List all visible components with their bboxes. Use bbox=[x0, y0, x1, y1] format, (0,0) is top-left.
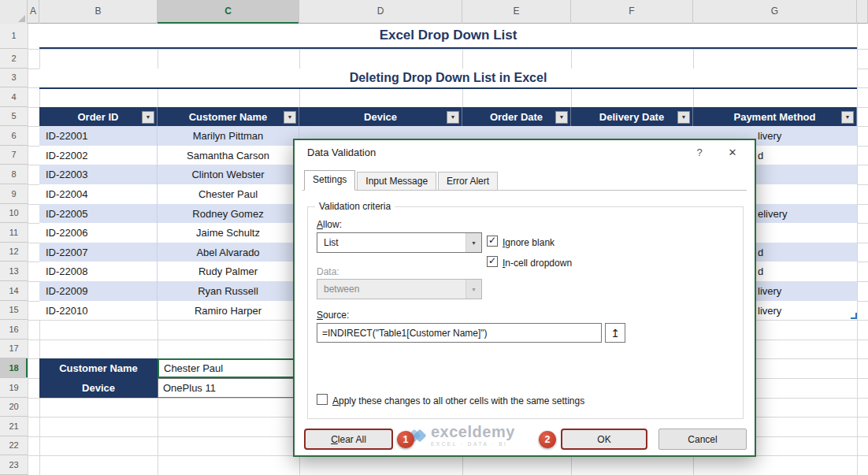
filter-dropdown-icon: ▼ bbox=[845, 114, 851, 120]
tab-input-message[interactable]: Input Message bbox=[357, 172, 436, 190]
ok-label: OK bbox=[597, 434, 610, 445]
cell-customer[interactable]: Abel Alvarado bbox=[158, 243, 299, 262]
cell-order-id[interactable]: ID-22004 bbox=[39, 184, 158, 204]
cell-device-label[interactable]: Device bbox=[39, 378, 158, 398]
cell-customer[interactable]: Ryan Russell bbox=[158, 281, 299, 301]
filter-button[interactable]: ▼ bbox=[142, 111, 154, 124]
dialog-title: Data Validation bbox=[307, 140, 376, 165]
row-header-4[interactable]: 4 bbox=[0, 87, 28, 107]
row-header-12[interactable]: 12 bbox=[0, 243, 28, 262]
cell-customer[interactable]: Samantha Carson bbox=[158, 146, 299, 165]
col-header-delivery-date[interactable]: Delivery Date ▼ bbox=[571, 107, 693, 127]
cell-customer-name-label[interactable]: Customer Name bbox=[39, 358, 158, 378]
filter-button[interactable]: ▼ bbox=[841, 111, 854, 124]
allow-dropdown[interactable]: List ▼ bbox=[317, 232, 482, 253]
cell-order-id[interactable]: ID-22007 bbox=[39, 243, 158, 262]
ignore-blank-checkbox[interactable]: ✓ bbox=[487, 236, 498, 247]
col-header-order-date[interactable]: Order Date ▼ bbox=[462, 107, 571, 127]
in-cell-dropdown-checkbox[interactable]: ✓ bbox=[487, 256, 498, 267]
cancel-button[interactable]: Cancel bbox=[658, 429, 747, 450]
step-1-badge: 1 bbox=[397, 431, 414, 448]
column-header-partial[interactable] bbox=[857, 0, 868, 24]
column-header-B[interactable]: B bbox=[39, 0, 158, 24]
cell-customer[interactable]: Rodney Gomez bbox=[158, 204, 299, 223]
row-header-16[interactable]: 16 bbox=[0, 320, 28, 340]
row-header-2[interactable]: 2 bbox=[0, 49, 28, 69]
row-header-20[interactable]: 20 bbox=[0, 398, 28, 417]
filter-button[interactable]: ▼ bbox=[677, 111, 690, 124]
row-header-10[interactable]: 10 bbox=[0, 204, 28, 223]
data-dropdown-disabled: between ▼ bbox=[317, 279, 482, 299]
col-header-payment-method[interactable]: Payment Method ▼ bbox=[693, 107, 857, 127]
cell-customer[interactable]: Marilyn Pittman bbox=[158, 126, 299, 146]
range-selector-button[interactable]: ↥ bbox=[605, 323, 625, 343]
select-all-corner[interactable] bbox=[0, 0, 28, 24]
cell-order-id[interactable]: ID-22002 bbox=[39, 146, 158, 165]
filter-button[interactable]: ▼ bbox=[447, 111, 459, 124]
cell-order-id[interactable]: ID-22003 bbox=[39, 165, 158, 184]
row-header-1[interactable]: 1 bbox=[0, 24, 28, 49]
row-header-19[interactable]: 19 bbox=[0, 378, 28, 398]
clear-all-label: Clear All bbox=[331, 434, 366, 445]
column-header-A[interactable]: A bbox=[28, 0, 39, 24]
cell-order-id[interactable]: ID-22001 bbox=[39, 126, 158, 146]
row-header-7[interactable]: 7 bbox=[0, 146, 28, 165]
row-header-17[interactable]: 17 bbox=[0, 340, 28, 358]
cell-device-value[interactable]: OnePlus 11 bbox=[158, 378, 299, 398]
row-header-18[interactable]: 18 bbox=[0, 358, 28, 378]
ignore-blank-label: Ignore blank bbox=[503, 237, 555, 248]
row-header-11[interactable]: 11 bbox=[0, 223, 28, 243]
watermark: exceldemy EXCEL · DATA · BI bbox=[410, 424, 515, 447]
allow-value: List bbox=[324, 237, 339, 248]
apply-all-checkbox[interactable] bbox=[317, 394, 328, 405]
help-icon[interactable]: ? bbox=[688, 140, 710, 165]
cell-customer[interactable]: Clinton Webster bbox=[158, 165, 299, 184]
row-header-14[interactable]: 14 bbox=[0, 281, 28, 301]
allow-label: Allow: bbox=[317, 219, 342, 230]
row-header-13[interactable]: 13 bbox=[0, 262, 28, 281]
row-header-5[interactable]: 5 bbox=[0, 107, 28, 126]
select-all-icon bbox=[18, 15, 25, 22]
row-header-15[interactable]: 15 bbox=[0, 301, 28, 320]
col-header-customer-name[interactable]: Customer Name ▼ bbox=[158, 107, 299, 127]
cell-customer[interactable]: Jaime Schultz bbox=[158, 223, 299, 243]
cell-customer[interactable]: Ramiro Harper bbox=[158, 301, 299, 320]
row-header-23[interactable]: 23 bbox=[0, 455, 28, 475]
column-header-C-selected[interactable]: C bbox=[158, 0, 299, 24]
tab-settings[interactable]: Settings bbox=[304, 170, 355, 191]
col-header-order-id[interactable]: Order ID ▼ bbox=[39, 107, 158, 127]
close-icon[interactable]: ✕ bbox=[718, 140, 747, 165]
dialog-titlebar[interactable]: Data Validation ? ✕ bbox=[295, 140, 755, 165]
cell-order-id[interactable]: ID-22010 bbox=[39, 301, 158, 320]
column-header-E[interactable]: E bbox=[462, 0, 571, 24]
row-header-8[interactable]: 8 bbox=[0, 165, 28, 184]
column-header-D[interactable]: D bbox=[299, 0, 462, 24]
row-header-6[interactable]: 6 bbox=[0, 126, 28, 146]
column-header-F[interactable]: F bbox=[571, 0, 693, 24]
cell-customer[interactable]: Chester Paul bbox=[158, 184, 299, 204]
row-header-21[interactable]: 21 bbox=[0, 417, 28, 436]
filter-button[interactable]: ▼ bbox=[555, 111, 568, 124]
chevron-down-icon[interactable]: ▼ bbox=[466, 233, 481, 252]
source-input[interactable] bbox=[317, 323, 602, 343]
row-header-column: 1234567891011121314151617181920212223 bbox=[0, 24, 28, 475]
cell-customer[interactable]: Rudy Palmer bbox=[158, 262, 299, 281]
filter-button[interactable]: ▼ bbox=[284, 111, 296, 124]
cell-order-id[interactable]: ID-22005 bbox=[39, 204, 158, 223]
col-header-device[interactable]: Device ▼ bbox=[299, 107, 462, 127]
cell-order-id[interactable]: ID-22006 bbox=[39, 223, 158, 243]
ok-button[interactable]: OK bbox=[561, 429, 647, 450]
cell-banner-title[interactable]: Excel Drop Down List bbox=[39, 24, 857, 49]
cell-section-title[interactable]: Deleting Drop Down List in Excel bbox=[39, 69, 857, 89]
header-label: Payment Method bbox=[733, 111, 815, 123]
clear-all-button[interactable]: Clear All bbox=[304, 429, 393, 450]
row-header-22[interactable]: 22 bbox=[0, 436, 28, 455]
cell-customer-name-value-selected[interactable]: Chester Paul bbox=[158, 358, 299, 378]
cell-order-id[interactable]: ID-22009 bbox=[39, 281, 158, 301]
column-header-G[interactable]: G bbox=[693, 0, 857, 24]
table-resize-handle[interactable] bbox=[851, 313, 857, 319]
row-header-3[interactable]: 3 bbox=[0, 69, 28, 87]
cell-order-id[interactable]: ID-22008 bbox=[39, 262, 158, 281]
tab-error-alert[interactable]: Error Alert bbox=[438, 172, 498, 190]
row-header-9[interactable]: 9 bbox=[0, 184, 28, 204]
